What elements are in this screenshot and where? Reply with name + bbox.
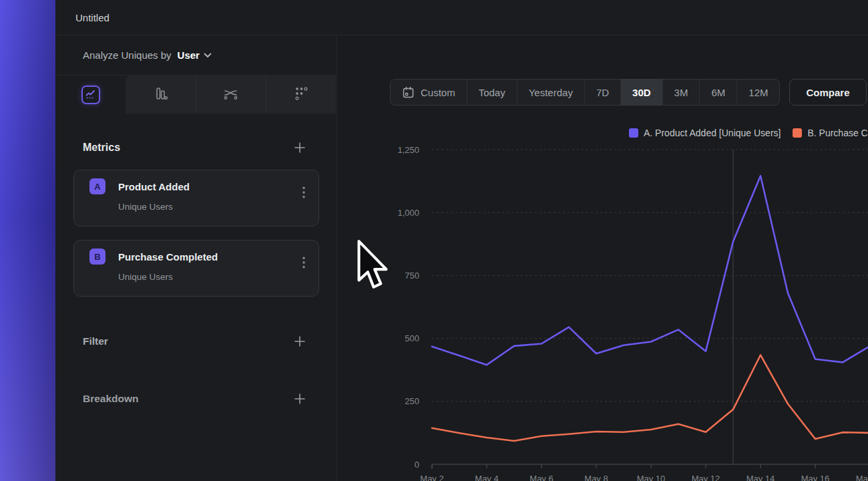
line-chart-icon xyxy=(81,86,100,104)
brand-accent-strip xyxy=(0,0,55,481)
series-line-b xyxy=(432,355,868,440)
x-axis-tick-label: May 4 xyxy=(475,474,498,481)
x-axis-tick-label: May 2 xyxy=(420,474,443,481)
x-axis-tick-label: May 10 xyxy=(637,474,666,481)
app-window: Untitled Analyze Uniques by User xyxy=(55,0,868,481)
chart-type-tabs xyxy=(55,75,337,114)
metric-badge-b: B xyxy=(89,249,105,265)
y-axis-tick-label: 0 xyxy=(415,460,419,470)
x-axis-tick-label: May 16 xyxy=(801,474,830,481)
add-metric-button[interactable] xyxy=(292,140,307,155)
y-axis-tick-label: 1,000 xyxy=(397,208,419,218)
metric-options-button[interactable] xyxy=(300,184,308,204)
metric-title: Product Added xyxy=(118,181,190,192)
y-axis-tick-label: 1,250 xyxy=(397,145,419,155)
series-line-a xyxy=(432,176,868,365)
x-axis-tick-label: May 18 xyxy=(856,474,868,481)
chevron-down-icon xyxy=(204,53,212,58)
chart-svg[interactable]: 02505007501,0001,250May 2May 4May 6May 8… xyxy=(337,35,868,481)
filter-section-title: Filter xyxy=(83,335,108,347)
metric-subtitle[interactable]: Unique Users xyxy=(118,202,308,212)
kebab-icon xyxy=(302,186,305,198)
flows-icon xyxy=(222,86,240,104)
kebab-icon xyxy=(302,257,305,269)
plus-icon xyxy=(294,335,306,347)
add-breakdown-button[interactable] xyxy=(292,391,307,406)
analyze-row: Analyze Uniques by User xyxy=(55,35,337,75)
metric-title: Purchase Completed xyxy=(118,251,218,263)
metric-card-a[interactable]: A Product Added Unique Users xyxy=(73,170,319,226)
chart-panel: Custom Today Yesterday 7D 30D 3M 6M 12M … xyxy=(337,35,868,481)
x-axis-tick-label: May 8 xyxy=(584,474,608,481)
analyze-by-value: User xyxy=(178,49,200,61)
plus-icon xyxy=(294,393,306,405)
y-axis-tick-label: 500 xyxy=(405,333,419,343)
report-title[interactable]: Untitled xyxy=(75,12,110,23)
breakdown-section-title: Breakdown xyxy=(83,393,139,405)
metric-card-b[interactable]: B Purchase Completed Unique Users xyxy=(73,240,319,297)
tab-line-chart[interactable] xyxy=(55,75,126,114)
query-sidebar: Analyze Uniques by User xyxy=(55,35,337,481)
tab-flows[interactable] xyxy=(196,75,266,114)
mouse-cursor xyxy=(355,239,389,294)
metric-subtitle[interactable]: Unique Users xyxy=(118,272,308,282)
plus-icon xyxy=(294,142,306,154)
x-axis-tick-label: May 6 xyxy=(529,474,553,481)
tab-retention[interactable] xyxy=(266,75,336,114)
add-filter-button[interactable] xyxy=(292,334,307,349)
metrics-section-title: Metrics xyxy=(83,142,120,154)
top-header: Untitled xyxy=(55,0,868,35)
y-axis-tick-label: 750 xyxy=(405,271,419,281)
y-axis-tick-label: 250 xyxy=(405,396,419,406)
analyze-label: Analyze Uniques by xyxy=(83,49,172,61)
tab-bar-chart[interactable] xyxy=(126,75,196,114)
metric-badge-a: A xyxy=(89,178,105,194)
x-axis-tick-label: May 14 xyxy=(746,474,775,481)
analyze-by-dropdown[interactable]: User xyxy=(178,49,212,61)
retention-grid-icon xyxy=(292,85,310,105)
metric-options-button[interactable] xyxy=(300,254,308,274)
bar-chart-icon xyxy=(152,85,170,105)
x-axis-tick-label: May 12 xyxy=(692,474,720,481)
chart-type-tab-group xyxy=(126,75,336,114)
